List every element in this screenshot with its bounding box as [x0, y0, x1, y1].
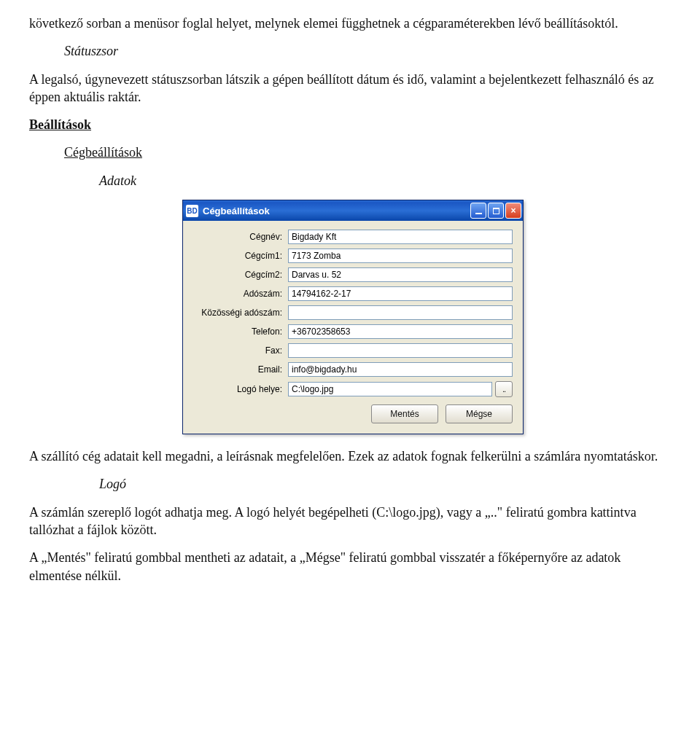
input-logo-path[interactable]	[288, 382, 492, 396]
input-cegcim2[interactable]	[288, 267, 513, 282]
input-email[interactable]	[288, 362, 513, 377]
heading-company-settings: Cégbeállítások	[29, 144, 671, 161]
heading-logo: Logó	[29, 475, 671, 493]
input-kozadoszam[interactable]	[288, 305, 513, 320]
window-title: Cégbeállítások	[203, 206, 469, 216]
heading-statusbar: Státuszsor	[29, 42, 671, 60]
paragraph-intro: következő sorban a menüsor foglal helyet…	[29, 15, 671, 32]
label-telefon: Telefon:	[193, 326, 288, 337]
maximize-button[interactable]	[488, 203, 504, 219]
paragraph-after-dialog: A szállító cég adatait kell megadni, a l…	[29, 447, 671, 465]
heading-settings: Beállítások	[29, 116, 671, 133]
titlebar[interactable]: BD Cégbeállítások ×	[183, 200, 523, 221]
minimize-button[interactable]	[470, 203, 486, 219]
paragraph-logo-1: A számlán szereplő logót adhatja meg. A …	[29, 504, 671, 539]
close-button[interactable]: ×	[505, 203, 521, 219]
label-kozadoszam: Közösségi adószám:	[193, 308, 288, 318]
label-fax: Fax:	[193, 345, 288, 356]
heading-data: Adatok	[29, 172, 671, 189]
label-email: Email:	[193, 364, 288, 375]
input-cegcim1[interactable]	[288, 249, 513, 263]
input-adoszam[interactable]	[288, 286, 513, 301]
cancel-button[interactable]: Mégse	[446, 404, 513, 423]
input-fax[interactable]	[288, 343, 513, 358]
label-adoszam: Adószám:	[193, 289, 288, 299]
input-telefon[interactable]	[288, 324, 513, 339]
save-button[interactable]: Mentés	[371, 404, 438, 423]
paragraph-logo-2: A „Mentés" feliratú gombbal mentheti az …	[29, 549, 671, 584]
label-cegcim1: Cégcím1:	[193, 251, 288, 261]
paragraph-statusbar: A legalsó, úgynevezett státuszsorban lát…	[29, 71, 671, 106]
label-logo: Logó helye:	[193, 384, 288, 394]
app-icon: BD	[186, 205, 198, 217]
dialog-company-settings: BD Cégbeállítások × Cégnév: Cégcím1: Cég…	[182, 200, 524, 434]
browse-button[interactable]: ..	[495, 381, 513, 397]
label-cegnev: Cégnév:	[193, 232, 288, 242]
input-cegnev[interactable]	[288, 230, 513, 244]
label-cegcim2: Cégcím2:	[193, 270, 288, 280]
